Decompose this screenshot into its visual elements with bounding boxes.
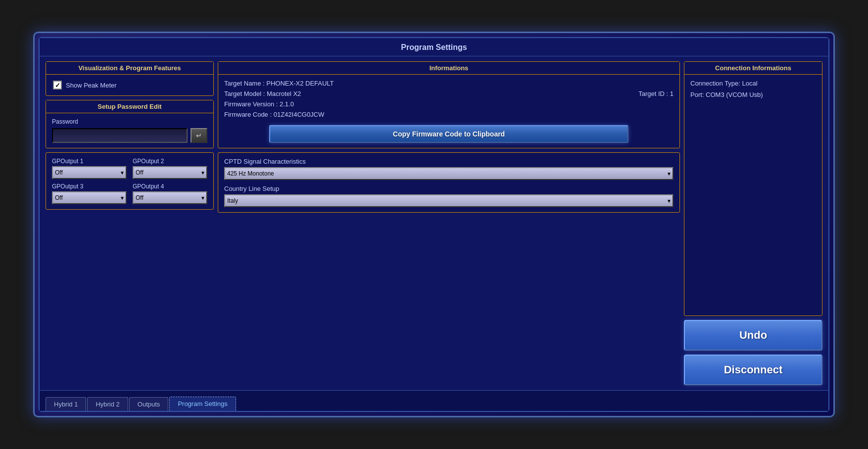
tab-hybrid2[interactable]: Hybrid 2 xyxy=(87,397,128,411)
viz-panel: Visualization & Program Features Show Pe… xyxy=(46,61,214,96)
right-column: Connection Informations Connection Type:… xyxy=(684,61,822,385)
country-select[interactable]: Italy USA UK Germany France xyxy=(224,194,674,207)
show-peak-meter-checkbox[interactable] xyxy=(53,81,62,90)
cptd-select-wrapper: 425 Hz Monotone Dual Tone Single Tone xyxy=(224,167,674,180)
gp4-group: GPOutput 4 Off On xyxy=(133,183,207,204)
tab-outputs[interactable]: Outputs xyxy=(129,397,169,411)
target-id-label: Target ID : 1 xyxy=(638,90,674,97)
undo-button[interactable]: Undo xyxy=(684,320,822,351)
window-title: Program Settings xyxy=(40,38,828,56)
outer-frame: Program Settings Visualization & Program… xyxy=(33,32,835,417)
info-panel: Informations Target Name : PHONEX-X2 DEF… xyxy=(218,61,680,148)
target-model-row: Target Model : Macrotel X2 Target ID : 1 xyxy=(224,90,674,97)
gp-panel: GPOutput 1 Off On GPOutput 2 xyxy=(46,152,214,210)
password-panel-header: Setup Password Edit xyxy=(46,100,213,113)
gp4-select[interactable]: Off On xyxy=(133,191,207,204)
password-row: ↵ xyxy=(52,128,207,143)
copy-firmware-button[interactable]: Copy Firmware Code to Clipboard xyxy=(269,125,628,143)
show-peak-meter-label: Show Peak Meter xyxy=(66,82,117,89)
country-label: Country Line Setup xyxy=(224,185,674,192)
main-content: Visualization & Program Features Show Pe… xyxy=(40,56,828,390)
enter-button[interactable]: ↵ xyxy=(191,128,207,143)
tab-bar: Hybrid 1 Hybrid 2 Outputs Program Settin… xyxy=(40,390,828,411)
gp2-select-wrapper: Off On xyxy=(133,166,207,179)
cptd-signal-label: CPTD Signal Characteristics xyxy=(224,158,674,165)
cptd-signal-group: CPTD Signal Characteristics 425 Hz Monot… xyxy=(224,158,674,180)
info-panel-body: Target Name : PHONEX-X2 DEFAULT Target M… xyxy=(218,75,679,148)
password-panel: Setup Password Edit Password ↵ xyxy=(46,100,214,148)
gp2-label: GPOutput 2 xyxy=(133,158,207,165)
mid-column: Informations Target Name : PHONEX-X2 DEF… xyxy=(218,61,680,385)
conn-panel-header: Connection Informations xyxy=(684,62,822,75)
inner-frame: Program Settings Visualization & Program… xyxy=(39,37,829,412)
conn-panel-body: Connection Type: Local Port: COM3 (VCOM … xyxy=(684,75,822,103)
gp3-select-wrapper: Off On xyxy=(52,191,127,204)
gp4-select-wrapper: Off On xyxy=(133,191,207,204)
gp-panel-body: GPOutput 1 Off On GPOutput 2 xyxy=(46,153,213,209)
port-label: Port: COM3 (VCOM Usb) xyxy=(690,91,816,98)
info-panel-header: Informations xyxy=(218,62,679,75)
target-name-row: Target Name : PHONEX-X2 DEFAULT xyxy=(224,80,674,87)
firmware-code-row: Firmware Code : 01Z42I4CG0JCW xyxy=(224,111,674,118)
target-model-label: Target Model : Macrotel X2 xyxy=(224,90,301,97)
country-group: Country Line Setup Italy USA UK Germany … xyxy=(224,185,674,207)
disconnect-button[interactable]: Disconnect xyxy=(684,355,822,385)
gp1-select[interactable]: Off On xyxy=(52,166,127,179)
tab-hybrid1[interactable]: Hybrid 1 xyxy=(46,397,86,411)
conn-type-label: Connection Type: Local xyxy=(690,80,816,87)
password-label: Password xyxy=(52,118,207,125)
viz-panel-body: Show Peak Meter xyxy=(46,75,213,95)
country-select-wrapper: Italy USA UK Germany France xyxy=(224,194,674,207)
cptd-select[interactable]: 425 Hz Monotone Dual Tone Single Tone xyxy=(224,167,674,180)
cptd-panel: CPTD Signal Characteristics 425 Hz Monot… xyxy=(218,152,680,213)
tab-program-settings[interactable]: Program Settings xyxy=(169,397,236,411)
conn-panel: Connection Informations Connection Type:… xyxy=(684,61,822,316)
gp1-label: GPOutput 1 xyxy=(52,158,127,165)
gp1-group: GPOutput 1 Off On xyxy=(52,158,127,179)
gp1-select-wrapper: Off On xyxy=(52,166,127,179)
gp3-label: GPOutput 3 xyxy=(52,183,127,190)
gp3-group: GPOutput 3 Off On xyxy=(52,183,127,204)
gp3-select[interactable]: Off On xyxy=(52,191,127,204)
password-panel-body: Password ↵ xyxy=(46,113,213,148)
cptd-panel-body: CPTD Signal Characteristics 425 Hz Monot… xyxy=(218,153,679,212)
viz-panel-header: Visualization & Program Features xyxy=(46,62,213,75)
left-column: Visualization & Program Features Show Pe… xyxy=(46,61,214,385)
gp4-label: GPOutput 4 xyxy=(133,183,207,190)
gp2-select[interactable]: Off On xyxy=(133,166,207,179)
gp2-group: GPOutput 2 Off On xyxy=(133,158,207,179)
password-input[interactable] xyxy=(52,128,188,143)
firmware-version-row: Firmware Version : 2.1.0 xyxy=(224,100,674,108)
